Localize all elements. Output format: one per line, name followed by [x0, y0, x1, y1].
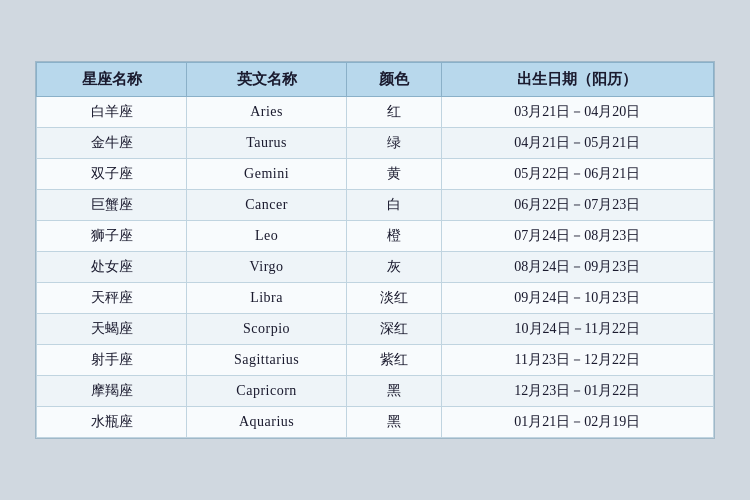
table-body: 白羊座Aries红03月21日－04月20日金牛座Taurus绿04月21日－0…: [37, 97, 714, 438]
cell-dates: 12月23日－01月22日: [441, 376, 713, 407]
cell-color: 紫红: [347, 345, 441, 376]
cell-english: Scorpio: [187, 314, 347, 345]
cell-color: 深红: [347, 314, 441, 345]
cell-color: 黄: [347, 159, 441, 190]
cell-english: Gemini: [187, 159, 347, 190]
table-row: 处女座Virgo灰08月24日－09月23日: [37, 252, 714, 283]
cell-english: Virgo: [187, 252, 347, 283]
cell-dates: 01月21日－02月19日: [441, 407, 713, 438]
cell-dates: 10月24日－11月22日: [441, 314, 713, 345]
table-row: 射手座Sagittarius紫红11月23日－12月22日: [37, 345, 714, 376]
cell-chinese: 天蝎座: [37, 314, 187, 345]
cell-chinese: 射手座: [37, 345, 187, 376]
table-row: 天秤座Libra淡红09月24日－10月23日: [37, 283, 714, 314]
header-english: 英文名称: [187, 63, 347, 97]
table-row: 白羊座Aries红03月21日－04月20日: [37, 97, 714, 128]
cell-dates: 05月22日－06月21日: [441, 159, 713, 190]
cell-color: 黑: [347, 376, 441, 407]
cell-english: Taurus: [187, 128, 347, 159]
cell-color: 绿: [347, 128, 441, 159]
cell-english: Cancer: [187, 190, 347, 221]
cell-color: 淡红: [347, 283, 441, 314]
cell-english: Aquarius: [187, 407, 347, 438]
table-row: 巨蟹座Cancer白06月22日－07月23日: [37, 190, 714, 221]
cell-chinese: 处女座: [37, 252, 187, 283]
header-dates: 出生日期（阳历）: [441, 63, 713, 97]
cell-english: Capricorn: [187, 376, 347, 407]
table-header-row: 星座名称 英文名称 颜色 出生日期（阳历）: [37, 63, 714, 97]
cell-english: Libra: [187, 283, 347, 314]
cell-dates: 03月21日－04月20日: [441, 97, 713, 128]
cell-dates: 08月24日－09月23日: [441, 252, 713, 283]
cell-english: Sagittarius: [187, 345, 347, 376]
cell-color: 白: [347, 190, 441, 221]
header-chinese: 星座名称: [37, 63, 187, 97]
cell-dates: 07月24日－08月23日: [441, 221, 713, 252]
table-row: 水瓶座Aquarius黑01月21日－02月19日: [37, 407, 714, 438]
table-row: 双子座Gemini黄05月22日－06月21日: [37, 159, 714, 190]
cell-chinese: 白羊座: [37, 97, 187, 128]
cell-chinese: 水瓶座: [37, 407, 187, 438]
header-color: 颜色: [347, 63, 441, 97]
cell-dates: 06月22日－07月23日: [441, 190, 713, 221]
cell-chinese: 摩羯座: [37, 376, 187, 407]
cell-chinese: 天秤座: [37, 283, 187, 314]
cell-color: 橙: [347, 221, 441, 252]
table-row: 天蝎座Scorpio深红10月24日－11月22日: [37, 314, 714, 345]
table-row: 狮子座Leo橙07月24日－08月23日: [37, 221, 714, 252]
cell-dates: 09月24日－10月23日: [441, 283, 713, 314]
table-row: 金牛座Taurus绿04月21日－05月21日: [37, 128, 714, 159]
cell-chinese: 巨蟹座: [37, 190, 187, 221]
zodiac-table-wrapper: 星座名称 英文名称 颜色 出生日期（阳历） 白羊座Aries红03月21日－04…: [35, 61, 715, 439]
cell-color: 红: [347, 97, 441, 128]
cell-color: 灰: [347, 252, 441, 283]
cell-english: Aries: [187, 97, 347, 128]
table-row: 摩羯座Capricorn黑12月23日－01月22日: [37, 376, 714, 407]
cell-color: 黑: [347, 407, 441, 438]
zodiac-table: 星座名称 英文名称 颜色 出生日期（阳历） 白羊座Aries红03月21日－04…: [36, 62, 714, 438]
cell-chinese: 金牛座: [37, 128, 187, 159]
cell-chinese: 双子座: [37, 159, 187, 190]
cell-english: Leo: [187, 221, 347, 252]
cell-chinese: 狮子座: [37, 221, 187, 252]
cell-dates: 11月23日－12月22日: [441, 345, 713, 376]
cell-dates: 04月21日－05月21日: [441, 128, 713, 159]
